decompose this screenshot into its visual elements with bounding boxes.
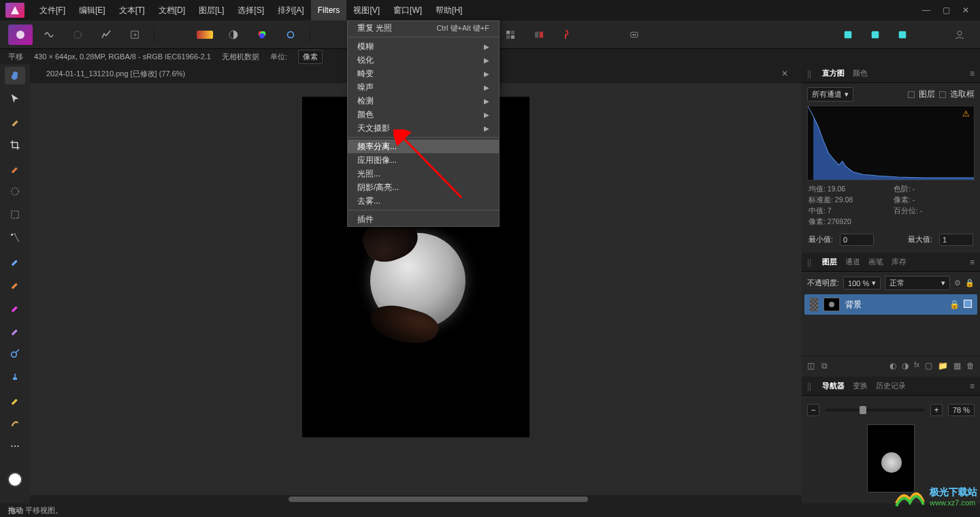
zoom-in-button[interactable]: +	[930, 404, 943, 416]
document-tab[interactable]: 2024-01-11_131210.png [已修改] (77.6%)	[38, 64, 193, 83]
maximize-button[interactable]: ▢	[943, 5, 950, 15]
close-button[interactable]: ✕	[962, 5, 969, 15]
lock-icon[interactable]: 🔒	[965, 279, 975, 287]
tab-color[interactable]: 颜色	[853, 68, 868, 78]
tab-history[interactable]: 历史记录	[876, 381, 906, 391]
lock-icon[interactable]: 🔒	[949, 300, 960, 309]
assistant-button[interactable]	[622, 25, 647, 45]
filters-lighting[interactable]: 光照...	[348, 167, 499, 181]
visibility-checkbox[interactable]	[964, 300, 972, 308]
zoom-out-button[interactable]: −	[807, 404, 819, 416]
healing-tool[interactable]	[5, 322, 25, 339]
flood-select-tool[interactable]	[5, 229, 25, 247]
horizontal-scrollbar[interactable]	[30, 495, 802, 503]
gear-icon[interactable]: ⚙	[954, 279, 961, 287]
auto-levels-button[interactable]	[193, 25, 217, 45]
erase-tool[interactable]	[5, 252, 25, 270]
tab-stock[interactable]: 库存	[892, 257, 906, 267]
navigator-preview[interactable]	[867, 424, 915, 492]
filters-haze-removal[interactable]: 去雾...	[348, 194, 499, 208]
auto-wb-button[interactable]	[278, 25, 303, 45]
panel-menu-icon[interactable]: ≡	[970, 257, 975, 267]
more-tools[interactable]	[5, 437, 25, 455]
link-icon[interactable]: ⧉	[821, 361, 828, 371]
selection-checkbox[interactable]	[939, 91, 946, 98]
studio-button-3[interactable]	[890, 25, 915, 45]
auto-contrast-button[interactable]	[221, 25, 246, 45]
panel-drag-icon[interactable]: ||	[807, 257, 811, 267]
filters-apply-image[interactable]: 应用图像...	[348, 153, 499, 167]
blend-mode-dropdown[interactable]: 正常▾	[885, 276, 950, 290]
min-input[interactable]	[840, 234, 874, 246]
layer-checkbox[interactable]	[908, 91, 915, 98]
minimize-button[interactable]: —	[922, 5, 930, 15]
filters-repeat[interactable]: 重复 光照 Ctrl 键+Alt 键+F	[348, 21, 499, 35]
filters-detect-submenu[interactable]: 检测▶	[348, 94, 499, 108]
filters-sharpen-submenu[interactable]: 锐化▶	[348, 53, 499, 67]
filters-blur-submenu[interactable]: 模糊▶	[348, 40, 499, 53]
filters-shadows-highlights[interactable]: 阴影/高亮...	[348, 181, 499, 194]
move-tool[interactable]	[5, 90, 25, 108]
tab-navigator[interactable]: 导航器	[822, 381, 845, 391]
unit-dropdown[interactable]: 像素	[298, 50, 323, 64]
zoom-slider[interactable]	[825, 409, 925, 411]
filters-distort-submenu[interactable]: 畸变▶	[348, 67, 499, 80]
opacity-input[interactable]: 100 %▾	[843, 277, 881, 289]
color-picker-tool[interactable]	[5, 113, 25, 131]
persona-liquify-button[interactable]	[37, 25, 61, 45]
tab-histogram[interactable]: 直方图	[822, 68, 845, 78]
zoom-value[interactable]: 78 %	[948, 404, 975, 416]
fx-icon[interactable]: ◑	[902, 361, 909, 371]
stamp-tool[interactable]	[5, 368, 25, 386]
grid-button[interactable]	[498, 25, 523, 45]
menu-help[interactable]: 帮助[H]	[429, 0, 469, 20]
mask-icon[interactable]: ◫	[807, 361, 815, 371]
max-input[interactable]	[939, 234, 973, 246]
clone-tool[interactable]	[5, 298, 25, 316]
panel-menu-icon[interactable]: ≡	[970, 69, 975, 78]
hand-tool[interactable]	[5, 67, 25, 84]
menu-arrange[interactable]: 排列[A]	[271, 0, 311, 20]
sponge-tool[interactable]	[5, 391, 25, 409]
crop-tool[interactable]	[5, 136, 25, 154]
studio-button-1[interactable]	[836, 25, 860, 45]
menu-file[interactable]: 文件[F]	[33, 0, 72, 20]
menu-edit[interactable]: 编辑[E]	[72, 0, 112, 20]
menu-layer[interactable]: 图层[L]	[192, 0, 231, 20]
panel-drag-icon[interactable]: ||	[807, 381, 811, 391]
folder-icon[interactable]: 📁	[938, 361, 948, 371]
tab-brushes[interactable]: 画笔	[868, 257, 883, 267]
persona-export-button[interactable]	[122, 25, 147, 45]
persona-tone-button[interactable]	[94, 25, 118, 45]
account-button[interactable]	[947, 25, 972, 45]
paint-brush-tool[interactable]	[5, 159, 25, 177]
menu-text[interactable]: 文本[T]	[112, 0, 152, 20]
tab-transform[interactable]: 变换	[853, 381, 868, 391]
fx-text-icon[interactable]: fx	[914, 361, 919, 371]
persona-photo-button[interactable]	[8, 25, 33, 45]
filters-noise-submenu[interactable]: 噪声▶	[348, 80, 499, 94]
split-button[interactable]	[527, 25, 551, 45]
persona-develop-button[interactable]	[65, 25, 90, 45]
delete-layer-icon[interactable]: 🗑	[966, 361, 975, 371]
gradient-tool[interactable]	[5, 275, 25, 293]
snapping-button[interactable]	[555, 25, 580, 45]
adjustment-icon[interactable]: ◐	[889, 361, 896, 371]
document-close-button[interactable]: ✕	[781, 69, 788, 78]
tab-channels[interactable]: 通道	[845, 257, 860, 267]
menu-view[interactable]: 视图[V]	[346, 0, 387, 20]
marquee-tool[interactable]	[5, 206, 25, 223]
smudge-tool[interactable]	[5, 414, 25, 432]
menu-window[interactable]: 窗口[W]	[387, 0, 429, 20]
layer-item-background[interactable]: 背景 🔒	[804, 294, 977, 315]
add-layer-icon[interactable]: ▦	[953, 361, 961, 371]
panel-drag-icon[interactable]: ||	[807, 69, 811, 78]
dodge-tool[interactable]	[5, 345, 25, 362]
filters-frequency-separation[interactable]: 频率分离...	[348, 140, 499, 153]
menu-filters[interactable]: Filters	[311, 0, 347, 20]
menu-select[interactable]: 选择[S]	[231, 0, 271, 20]
crop-layer-icon[interactable]: ▢	[925, 361, 932, 371]
foreground-color[interactable]	[7, 472, 22, 487]
filters-plugins[interactable]: 插件	[348, 213, 499, 226]
channel-dropdown[interactable]: 所有通道▾	[807, 87, 853, 101]
